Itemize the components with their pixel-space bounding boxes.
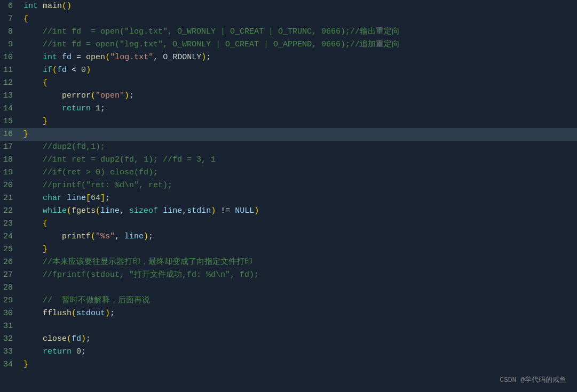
- table-row: 31: [0, 320, 577, 333]
- token: NULL: [235, 206, 254, 215]
- line-number: 25: [0, 243, 21, 255]
- token: {: [23, 14, 28, 23]
- table-row: 13 perror("open");: [0, 90, 577, 102]
- token: (: [91, 91, 96, 100]
- line-number: 13: [0, 90, 21, 102]
- line-content: char line[64];: [21, 192, 577, 204]
- table-row: 34}: [0, 358, 577, 371]
- token: //printf("ret: %d\n", ret);: [43, 181, 172, 190]
- table-row: 19 //if(ret > 0) close(fd);: [0, 166, 577, 179]
- token: ): [86, 66, 91, 75]
- line-number: 7: [0, 13, 21, 25]
- token: ]: [100, 194, 105, 203]
- table-row: 21 char line[64];: [0, 192, 577, 205]
- token: ,: [182, 206, 187, 215]
- token: ): [124, 91, 129, 100]
- table-row: 32 close(fd);: [0, 333, 577, 346]
- table-row: 10 int fd = open("log.txt", O_RDONLY);: [0, 51, 577, 64]
- token: [23, 40, 43, 49]
- token: =: [76, 53, 81, 62]
- table-row: 11 if(fd < 0): [0, 64, 577, 77]
- token: ): [254, 206, 259, 215]
- token: "log.txt": [110, 53, 153, 62]
- token: (: [105, 53, 110, 62]
- token: ): [201, 53, 206, 62]
- token: printf: [62, 232, 91, 241]
- token: line: [124, 232, 144, 241]
- token: ): [105, 309, 110, 318]
- line-content: //本来应该要往显示器打印，最终却变成了向指定文件打印: [21, 256, 577, 268]
- table-row: 27 //fprintf(stdout, "打开文件成功,fd: %d\n", …: [0, 269, 577, 282]
- line-content: int fd = open("log.txt", O_RDONLY);: [21, 51, 577, 63]
- token: [23, 27, 43, 36]
- token: ;: [100, 104, 105, 113]
- line-content: perror("open");: [21, 90, 577, 102]
- line-content: close(fd);: [21, 333, 577, 345]
- line-content: }: [21, 358, 577, 371]
- table-row: 6int main(): [0, 0, 577, 13]
- code-editor: 6int main()7{8 //int fd = open("log.txt"…: [0, 0, 577, 392]
- token: [81, 53, 86, 62]
- line-number: 21: [0, 192, 21, 204]
- line-content: }: [21, 243, 577, 255]
- token: [230, 206, 235, 215]
- table-row: 18 //int ret = dup2(fd, 1); //fd = 3, 1: [0, 154, 577, 166]
- token: while: [43, 206, 67, 215]
- line-content: int main(): [21, 0, 577, 12]
- line-content: [21, 282, 577, 294]
- line-number: 19: [0, 166, 21, 179]
- line-content: {: [21, 218, 577, 230]
- table-row: 14 return 1;: [0, 102, 577, 115]
- line-number: 32: [0, 333, 21, 345]
- token: stdin: [187, 206, 211, 215]
- token: main: [43, 2, 62, 11]
- token: [57, 53, 62, 62]
- token: [23, 245, 43, 254]
- token: , O_RDONLY: [153, 53, 201, 62]
- line-number: 10: [0, 51, 21, 63]
- token: "open": [96, 91, 124, 100]
- token: [72, 347, 76, 356]
- token: (: [72, 309, 76, 318]
- token: {: [43, 78, 48, 87]
- token: int: [43, 53, 57, 62]
- token: [23, 181, 43, 190]
- line-number: 26: [0, 256, 21, 268]
- token: open: [86, 53, 105, 62]
- line-number: 27: [0, 269, 21, 281]
- line-number: 33: [0, 346, 21, 358]
- token: [72, 53, 76, 62]
- token: 0: [76, 347, 81, 356]
- token: (): [62, 2, 72, 11]
- token: [23, 194, 43, 203]
- token: //dup2(fd,1);: [43, 142, 105, 151]
- line-number: 18: [0, 154, 21, 166]
- line-number: 9: [0, 38, 21, 51]
- token: <: [72, 66, 76, 75]
- token: ;: [81, 347, 86, 356]
- line-number: 20: [0, 179, 21, 191]
- token: [23, 78, 43, 87]
- token: [23, 91, 62, 100]
- table-row: 12 {: [0, 77, 577, 90]
- line-content: }: [21, 128, 577, 140]
- token: //fprintf(stdout, "打开文件成功,fd: %d\n", fd)…: [43, 270, 259, 279]
- token: }: [23, 130, 28, 139]
- token: fflush: [43, 309, 72, 318]
- token: [23, 296, 43, 305]
- token: ): [81, 334, 86, 343]
- line-number: 22: [0, 205, 21, 217]
- token: close: [43, 334, 67, 343]
- line-number: 23: [0, 218, 21, 230]
- token: fd: [72, 334, 81, 343]
- token: //int fd = open("log.txt", O_WRONLY | O_…: [43, 27, 400, 36]
- token: "%s": [96, 232, 115, 241]
- token: //本来应该要往显示器打印，最终却变成了向指定文件打印: [43, 258, 252, 267]
- token: 1: [96, 104, 100, 113]
- table-row: 7{: [0, 13, 577, 26]
- token: [38, 2, 43, 11]
- token: [23, 53, 43, 62]
- table-row: 9 //int fd = open("log.txt", O_WRONLY | …: [0, 38, 577, 51]
- line-number: 34: [0, 358, 21, 371]
- token: [62, 194, 67, 203]
